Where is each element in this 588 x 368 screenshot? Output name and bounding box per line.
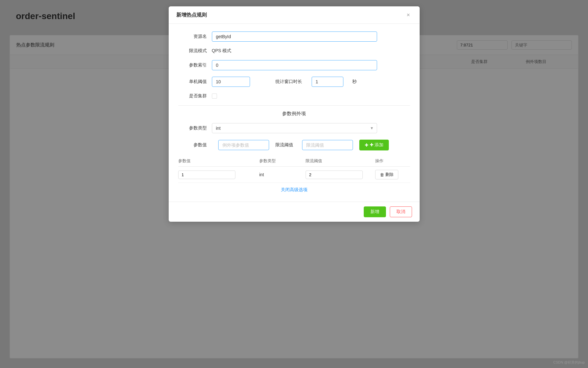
resource-name-row: 资源名 [178,31,410,42]
add-button[interactable]: ✚ ✚ 添加 [359,140,389,150]
section-divider [178,105,410,106]
add-label: ✚ 添加 [370,142,384,148]
rate-threshold-input[interactable] [302,140,353,150]
exception-table-body: int 🗑 删除 [178,167,410,183]
cell-param-val [178,167,260,183]
close-advanced-section: 关闭高级选项 [178,187,410,193]
modal-close-button[interactable]: × [405,11,412,18]
rate-threshold-label: 限流阈值 [275,142,293,148]
cell-rate-threshold [306,167,375,183]
delete-label: 删除 [385,172,394,177]
th-rate-threshold: 限流阈值 [306,156,375,167]
param-type-row: 参数类型 int string long double float byte s… [178,123,410,133]
param-val-input[interactable] [218,140,269,150]
rate-mode-label: 限流模式 [178,48,207,54]
resource-name-label: 资源名 [178,34,207,39]
close-advanced-link[interactable]: 关闭高级选项 [281,187,308,192]
window-label: 统计窗口时长 [275,79,302,85]
th-param-type: 参数类型 [259,156,306,167]
cell-action: 🗑 删除 [375,167,410,183]
submit-button[interactable]: 新增 [364,206,386,217]
cluster-row: 是否集群 [178,93,410,99]
cancel-button[interactable]: 取消 [390,206,412,217]
param-type-label: 参数类型 [178,125,207,131]
resource-name-input[interactable] [212,31,377,42]
threshold-window-group: 统计窗口时长 秒 [212,77,357,87]
modal-dialog: 新增热点规则 × 资源名 限流模式 QPS 模式 参数索引 单机阈值 [169,6,420,222]
exception-inputs-row: 参数值 限流阈值 ✚ ✚ 添加 [178,140,410,150]
single-threshold-input[interactable] [212,77,250,87]
delete-button[interactable]: 🗑 删除 [375,170,398,179]
cluster-label: 是否集群 [178,93,207,99]
table-header-row: 参数值 参数类型 限流阈值 操作 [178,156,410,167]
param-index-label: 参数索引 [178,62,207,68]
cell-param-type: int [259,167,306,183]
exception-table: 参数值 参数类型 限流阈值 操作 int [178,156,410,183]
exception-table-head: 参数值 参数类型 限流阈值 操作 [178,156,410,167]
modal-footer: 新增 取消 [169,202,420,222]
exception-section-title: 参数例外项 [178,111,410,117]
modal-title: 新增热点规则 [176,12,207,18]
rate-mode-value: QPS 模式 [212,48,231,54]
param-index-row: 参数索引 [178,60,410,70]
delete-icon: 🗑 [380,172,384,177]
row-rate-input[interactable] [306,170,363,179]
param-val-label: 参数值 [178,142,207,148]
th-action: 操作 [375,156,410,167]
table-row: int 🗑 删除 [178,167,410,183]
modal-body: 资源名 限流模式 QPS 模式 参数索引 单机阈值 统计窗口时长 [169,24,420,202]
window-unit: 秒 [352,79,357,85]
threshold-row: 单机阈值 统计窗口时长 秒 [178,77,410,87]
cluster-checkbox[interactable] [212,94,217,99]
param-index-input[interactable] [212,60,377,70]
row-param-val-input[interactable] [178,170,235,179]
modal-overlay: 新增热点规则 × 资源名 限流模式 QPS 模式 参数索引 单机阈值 [0,0,588,368]
th-param-val: 参数值 [178,156,260,167]
modal-header: 新增热点规则 × [169,6,420,24]
param-type-select-wrapper: int string long double float byte short … [212,123,377,133]
row-param-type-text: int [259,172,264,177]
watermark: CSDN @径异的jbup [553,360,585,365]
param-type-select[interactable]: int string long double float byte short … [212,123,377,133]
window-input[interactable] [312,77,343,87]
add-icon: ✚ [365,142,368,148]
single-threshold-label: 单机阈值 [178,79,207,85]
rate-mode-row: 限流模式 QPS 模式 [178,48,410,54]
